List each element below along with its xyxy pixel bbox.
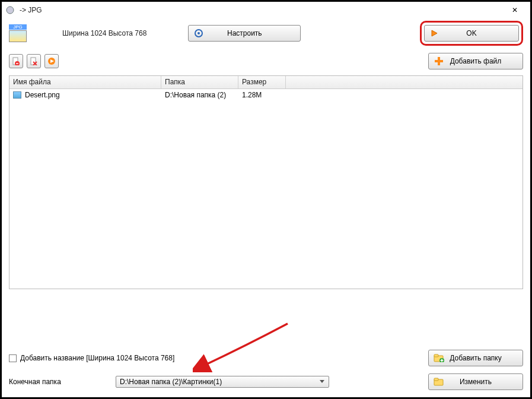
window-title: -> JPG — [20, 6, 42, 14]
format-badge-label: JPG — [9, 24, 27, 30]
cell-folder: D:\Новая папка (2) — [161, 90, 238, 100]
ok-highlight: OK — [420, 21, 523, 46]
change-button[interactable]: Изменить — [428, 373, 523, 390]
svg-rect-15 — [434, 354, 438, 357]
file-table: Имя файла Папка Размер Desert.png D:\Нов… — [9, 75, 523, 289]
add-name-checkbox[interactable] — [9, 354, 17, 362]
format-badge-thumb — [9, 30, 27, 42]
svg-point-2 — [197, 32, 200, 34]
configure-label: Настроить — [227, 29, 262, 37]
header-row: JPG Ширина 1024 Высота 768 Настроить OK — [2, 18, 530, 52]
arrow-right-icon — [429, 28, 440, 39]
destination-combo[interactable]: D:\Новая папка (2)\Картинки(1) — [116, 376, 329, 388]
table-header: Имя файла Папка Размер — [9, 76, 523, 89]
play-icon — [47, 57, 56, 65]
destination-label: Конечная папка — [9, 378, 116, 386]
close-icon: ✕ — [512, 6, 518, 14]
ok-label: OK — [466, 29, 476, 37]
format-badge: JPG — [9, 24, 27, 42]
add-name-row: Добавить название [Ширина 1024 Высота 76… — [9, 350, 523, 366]
add-file-button[interactable]: Добавить файл — [428, 53, 523, 69]
cell-size: 1.28M — [238, 90, 286, 100]
cell-name: Desert.png — [9, 90, 161, 100]
app-icon — [5, 5, 15, 15]
svg-rect-21 — [434, 378, 438, 381]
col-size[interactable]: Размер — [238, 76, 286, 88]
svg-rect-6 — [16, 63, 18, 64]
page-minus-icon — [12, 57, 20, 65]
table-row[interactable]: Desert.png D:\Новая папка (2) 1.28M — [9, 89, 523, 101]
add-folder-button[interactable]: Добавить папку — [428, 350, 523, 366]
remove-button[interactable] — [9, 54, 23, 68]
add-name-label: Добавить название [Ширина 1024 Высота 76… — [20, 354, 174, 362]
configure-button[interactable]: Настроить — [188, 25, 301, 42]
gear-icon — [193, 28, 204, 39]
image-file-icon — [13, 91, 21, 99]
destination-value: D:\Новая папка (2)\Картинки(1) — [120, 378, 222, 386]
folder-plus-icon — [434, 353, 444, 363]
folder-icon — [434, 376, 444, 387]
titlebar: -> JPG ✕ — [2, 2, 530, 18]
col-name[interactable]: Имя файла — [9, 76, 161, 88]
destination-row: Конечная папка D:\Новая папка (2)\Картин… — [9, 373, 523, 390]
svg-marker-3 — [432, 30, 437, 36]
footer: Добавить название [Ширина 1024 Высота 76… — [9, 350, 523, 390]
svg-point-0 — [7, 7, 14, 14]
close-button[interactable]: ✕ — [503, 3, 527, 17]
add-file-label: Добавить файл — [450, 57, 502, 65]
col-folder[interactable]: Папка — [161, 76, 238, 88]
svg-rect-18 — [441, 360, 444, 361]
add-folder-label: Добавить папку — [450, 354, 501, 362]
clear-button[interactable] — [27, 54, 41, 68]
svg-marker-19 — [320, 380, 324, 383]
cell-name-text: Desert.png — [25, 91, 60, 99]
svg-rect-13 — [435, 60, 443, 62]
ok-button[interactable]: OK — [424, 25, 519, 42]
plus-icon — [434, 56, 444, 66]
change-label: Изменить — [460, 378, 492, 386]
chevron-down-icon — [319, 378, 325, 386]
dimensions-text: Ширина 1024 Высота 768 — [62, 29, 146, 37]
page-x-icon — [30, 57, 38, 65]
toolbar-row: Добавить файл — [2, 52, 530, 75]
play-button[interactable] — [44, 54, 59, 68]
